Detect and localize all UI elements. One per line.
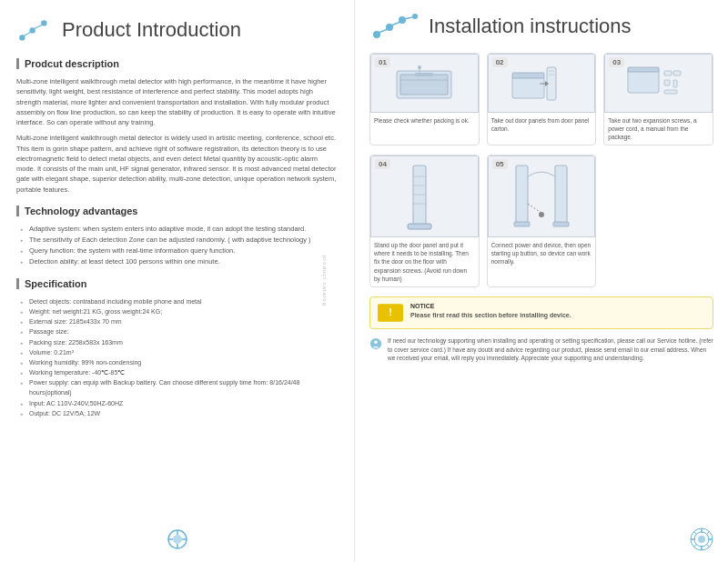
svg-rect-32 [628,67,659,72]
step-02-number: 02 [492,57,508,67]
step-02-desc: Take out door panels from door panel car… [488,113,596,136]
right-title-icon [369,13,420,40]
svg-rect-46 [514,222,530,226]
desc-para-1: Multi-zone intelligent walkthrough metal… [16,76,338,127]
step-04-number: 04 [375,159,390,169]
warning-icon: ! [378,303,403,323]
tech-item-3: Query function: the system with real-tim… [20,246,338,256]
spec-item-11: Output: DC 12V/5A; 12W [20,408,338,418]
step-03-image: 03 [604,54,713,113]
spec-list: Detect objects: contraband including mob… [16,296,338,418]
contact-section: If need our technology supporting when i… [369,336,713,363]
step-05: 05 Connect power and device, then open s… [487,155,597,286]
svg-point-6 [173,535,182,544]
warning-label: NOTICE [410,303,571,309]
spec-item-8: Working temperature: -40℃-85℃ [20,367,338,377]
svg-rect-24 [512,76,544,98]
svg-line-62 [706,531,710,535]
step-04: 04 Stand up the door panel and put it wh… [369,155,480,286]
svg-rect-19 [400,75,448,95]
svg-rect-35 [664,80,670,85]
spec-item-5: Volume: 0.21m³ [20,347,338,357]
svg-line-4 [34,25,43,29]
svg-line-61 [693,531,697,535]
left-panel: Product Introduction Prodcut description… [0,0,355,562]
tech-item-1: Adaptive system: when system enters into… [20,224,338,235]
svg-rect-47 [553,222,569,226]
step-01-number: 01 [375,57,390,67]
svg-point-14 [412,14,418,19]
svg-point-23 [418,65,421,69]
spec-item-10: Input: AC 110V-240V,50HZ-60HZ [20,398,338,408]
step-empty-desc [604,237,713,245]
bottom-watermark-left [164,526,191,553]
vertical-watermark: product catalog [322,256,328,306]
spec-item-2: External size: 2185x433x 70 mm [20,316,338,326]
svg-line-17 [404,17,412,19]
step-05-number: 05 [492,159,508,169]
svg-point-53 [374,340,378,344]
step-01-desc: Please check whether packing is ok. [370,113,479,128]
instruction-grid-bottom: 04 Stand up the door panel and put it wh… [369,155,713,286]
description-heading: Prodcut description [16,58,338,69]
step-03-desc: Take out two expansion screws, a power c… [604,113,713,145]
svg-rect-21 [415,73,433,76]
technology-list: Adaptive system: when system enters into… [16,224,338,267]
right-panel: Installation instructions 01 Please chec… [355,0,728,562]
svg-point-56 [698,536,705,543]
step-05-desc: Connect power and device, then open star… [488,237,596,269]
step-01-image: 01 [370,54,479,113]
left-title: Product Introduction [16,16,338,44]
step-empty-image [604,156,713,237]
bottom-watermark-right [688,526,715,553]
tech-item-4: Detection ability: at least detect 100 p… [20,256,338,267]
svg-point-49 [539,212,544,217]
spec-item-0: Detect objects: contraband including mob… [20,296,338,306]
step-05-image: 05 [488,156,596,237]
spec-item-1: Weight: net weight:21 KG, gross weight:2… [20,306,338,316]
right-title: Installation instructions [369,13,713,40]
svg-rect-39 [408,224,431,229]
specification-heading: Specification [16,278,338,289]
contact-icon [369,337,382,350]
svg-rect-25 [512,73,544,78]
technology-heading: Technology advantages [16,206,338,216]
svg-line-16 [391,22,400,25]
svg-line-63 [693,544,697,547]
svg-rect-37 [664,90,677,94]
contact-text: If need our technology supporting when i… [388,336,713,363]
svg-rect-33 [664,71,672,75]
svg-line-64 [706,544,710,547]
step-02: 02 Take out door panels from door panel … [487,53,597,146]
warning-text-container: NOTICE Please first read this section be… [410,303,571,321]
step-01: 01 Please check whether packing is ok. [369,53,480,146]
svg-line-48 [528,204,541,213]
svg-text:!: ! [389,306,392,317]
instruction-grid-top: 01 Please check whether packing is ok. 0… [369,53,713,146]
left-title-text: Product Introduction [62,18,241,42]
spec-item-3: Passage size: [20,326,338,336]
svg-rect-31 [628,69,659,93]
svg-rect-38 [413,166,426,226]
spec-item-4: Packing size: 2258x583x 163mm [20,337,338,347]
description-section: Prodcut description Multi-zone intellige… [16,58,338,195]
technology-section: Technology advantages Adaptive system: w… [16,206,338,267]
step-03-number: 03 [609,57,624,67]
desc-para-2: Multi-zone intelligent walkthrough metal… [16,133,338,195]
right-title-text: Installation instructions [429,15,632,38]
step-04-image: 04 [370,156,479,237]
step-02-image: 02 [488,54,596,113]
svg-rect-44 [516,166,528,224]
svg-rect-45 [555,166,567,224]
svg-line-15 [379,29,388,33]
spec-item-9: Power supply: can equip with Backup batt… [20,377,338,397]
svg-line-3 [24,32,31,36]
step-04-desc: Stand up the door panel and put it where… [370,237,479,286]
step-03: 03 Take out two expansion screws, a powe… [603,53,713,146]
warning-box: ! NOTICE Please first read this section … [369,296,713,329]
tech-item-2: The sensitivity of Each detection Zone c… [20,235,338,246]
specification-section: Specification Detect objects: contraband… [16,278,338,418]
svg-rect-36 [673,80,677,87]
svg-rect-34 [673,71,681,75]
left-title-icon [16,16,53,44]
